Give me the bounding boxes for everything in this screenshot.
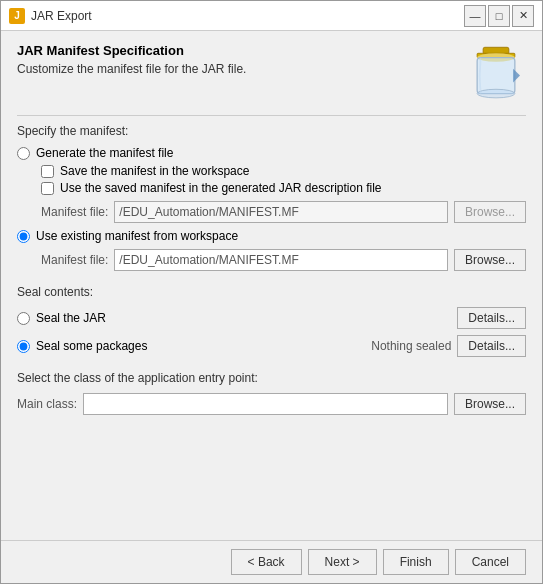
generate-radio-label: Generate the manifest file [36, 146, 173, 160]
specify-label: Specify the manifest: [17, 124, 526, 138]
existing-file-row: Manifest file: Browse... [41, 249, 526, 271]
seal-packages-option[interactable]: Seal some packages [17, 339, 147, 353]
entry-section: Select the class of the application entr… [17, 371, 526, 415]
existing-file-label: Manifest file: [41, 253, 108, 267]
title-bar: J JAR Export — □ ✕ [1, 1, 542, 31]
svg-point-4 [477, 89, 515, 98]
main-content: JAR Manifest Specification Customize the… [1, 31, 542, 540]
cancel-button[interactable]: Cancel [455, 549, 526, 575]
footer: < Back Next > Finish Cancel [1, 540, 542, 583]
finish-button[interactable]: Finish [383, 549, 449, 575]
seal-packages-label: Seal some packages [36, 339, 147, 353]
generate-radio-option[interactable]: Generate the manifest file [17, 146, 526, 160]
generate-browse-button: Browse... [454, 201, 526, 223]
generate-radio[interactable] [17, 147, 30, 160]
main-class-input[interactable] [83, 393, 448, 415]
use-saved-label: Use the saved manifest in the generated … [60, 181, 382, 195]
maximize-button[interactable]: □ [488, 5, 510, 27]
save-workspace-checkbox[interactable] [41, 165, 54, 178]
seal-label: Seal contents: [17, 285, 526, 299]
seal-jar-row: Seal the JAR Details... [17, 307, 526, 329]
existing-browse-button[interactable]: Browse... [454, 249, 526, 271]
existing-file-input[interactable] [114, 249, 448, 271]
minimize-button[interactable]: — [464, 5, 486, 27]
generate-file-label: Manifest file: [41, 205, 108, 219]
close-button[interactable]: ✕ [512, 5, 534, 27]
seal-packages-details-button[interactable]: Details... [457, 335, 526, 357]
seal-packages-row: Seal some packages Nothing sealed Detail… [17, 335, 526, 357]
existing-radio-label: Use existing manifest from workspace [36, 229, 238, 243]
svg-marker-5 [513, 69, 520, 83]
seal-jar-details-button[interactable]: Details... [457, 307, 526, 329]
seal-jar-label: Seal the JAR [36, 311, 106, 325]
seal-jar-radio[interactable] [17, 312, 30, 325]
seal-packages-radio[interactable] [17, 340, 30, 353]
jar-export-window: J JAR Export — □ ✕ JAR Manifest Specific… [0, 0, 543, 584]
use-saved-checkbox[interactable] [41, 182, 54, 195]
header-section: JAR Manifest Specification Customize the… [17, 43, 526, 103]
seal-section: Seal contents: Seal the JAR Details... S… [17, 285, 526, 357]
save-workspace-option[interactable]: Save the manifest in the workspace [41, 164, 526, 178]
separator-1 [17, 115, 526, 116]
use-saved-option[interactable]: Use the saved manifest in the generated … [41, 181, 526, 195]
main-class-label: Main class: [17, 397, 77, 411]
existing-radio-option[interactable]: Use existing manifest from workspace [17, 229, 526, 243]
seal-jar-option[interactable]: Seal the JAR [17, 311, 106, 325]
title-bar-controls: — □ ✕ [464, 5, 534, 27]
next-button[interactable]: Next > [308, 549, 377, 575]
nothing-sealed-label: Nothing sealed [371, 339, 451, 353]
entry-label: Select the class of the application entr… [17, 371, 526, 385]
header-subtitle: Customize the manifest file for the JAR … [17, 62, 456, 76]
window-title: JAR Export [31, 9, 464, 23]
entry-browse-button[interactable]: Browse... [454, 393, 526, 415]
jar-icon [466, 43, 526, 103]
back-button[interactable]: < Back [231, 549, 302, 575]
header-title: JAR Manifest Specification [17, 43, 456, 58]
existing-radio[interactable] [17, 230, 30, 243]
svg-rect-3 [477, 58, 515, 94]
generate-file-input [114, 201, 448, 223]
save-workspace-label: Save the manifest in the workspace [60, 164, 249, 178]
window-icon: J [9, 8, 25, 24]
generate-file-row: Manifest file: Browse... [41, 201, 526, 223]
entry-row: Main class: Browse... [17, 393, 526, 415]
